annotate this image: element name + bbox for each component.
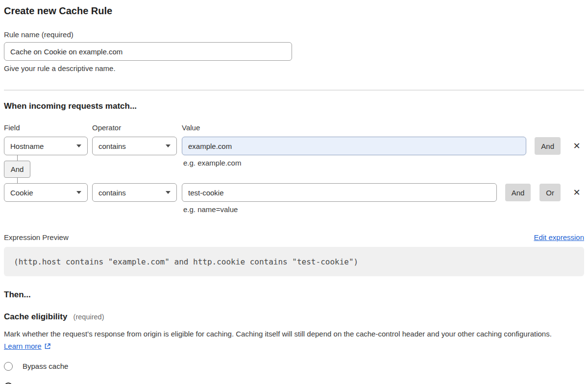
- connector-line: [17, 178, 18, 183]
- operator-select[interactable]: contains: [92, 183, 177, 202]
- external-link-icon: [44, 341, 51, 353]
- condition-connector: And: [4, 155, 34, 183]
- edit-expression-link[interactable]: Edit expression: [534, 233, 584, 242]
- field-select[interactable]: Cookie: [4, 183, 88, 202]
- condition-row: Hostname contains e.g. example.com And ✕: [4, 137, 584, 155]
- operator-column-label: Operator: [92, 123, 182, 133]
- chevron-down-icon: [76, 191, 81, 194]
- remove-condition-button[interactable]: ✕: [569, 184, 584, 201]
- option-label[interactable]: Bypass cache: [23, 361, 68, 371]
- option-label[interactable]: Eligible for cache: [23, 382, 83, 384]
- value-column-label: Value: [182, 123, 584, 133]
- connector-and-button[interactable]: And: [4, 161, 30, 178]
- learn-more-link[interactable]: Learn more: [4, 342, 42, 350]
- value-input[interactable]: [182, 137, 526, 155]
- add-and-condition-button[interactable]: And: [505, 184, 531, 201]
- section-divider: [4, 90, 584, 91]
- close-icon: ✕: [573, 188, 580, 197]
- condition-row: Cookie contains e.g. name=value And Or ✕: [4, 183, 584, 202]
- option-eligible-for-cache: Eligible for cache: [4, 382, 584, 384]
- rule-name-help: Give your rule a descriptive name.: [4, 64, 584, 73]
- match-heading: When incoming requests match...: [4, 101, 584, 112]
- expression-preview-header: Expression Preview Edit expression: [4, 233, 584, 242]
- expression-preview-label: Expression Preview: [4, 233, 69, 242]
- cache-eligibility-heading: Cache eligibility (required): [4, 312, 584, 322]
- field-select-value: Hostname: [10, 142, 44, 150]
- add-and-condition-button[interactable]: And: [535, 137, 561, 155]
- chevron-down-icon: [76, 144, 81, 147]
- value-input[interactable]: [182, 183, 497, 202]
- chevron-down-icon: [166, 191, 171, 194]
- connector-line: [17, 155, 18, 161]
- operator-select-value: contains: [98, 142, 126, 150]
- close-icon: ✕: [573, 141, 580, 151]
- cache-eligibility-description: Mark whether the request’s response from…: [4, 328, 571, 353]
- remove-condition-button[interactable]: ✕: [569, 137, 584, 155]
- description-text: Mark whether the request’s response from…: [4, 330, 552, 338]
- add-or-condition-button[interactable]: Or: [539, 184, 561, 201]
- rule-name-label: Rule name (required): [4, 30, 584, 40]
- rule-name-input[interactable]: [4, 42, 292, 61]
- field-select[interactable]: Hostname: [4, 137, 88, 155]
- field-select-value: Cookie: [10, 189, 33, 197]
- condition-column-headers: Field Operator Value: [4, 123, 584, 133]
- value-column: e.g. example.com: [182, 137, 526, 155]
- operator-select[interactable]: contains: [92, 137, 177, 155]
- field-column-label: Field: [4, 123, 92, 133]
- cache-eligibility-title: Cache eligibility: [4, 312, 67, 321]
- then-heading: Then...: [4, 289, 584, 300]
- condition-actions: And Or ✕: [505, 184, 584, 201]
- radio-button[interactable]: [4, 362, 13, 371]
- operator-select-value: contains: [98, 189, 126, 197]
- condition-actions: And ✕: [535, 137, 584, 155]
- required-note: (required): [74, 313, 104, 321]
- expression-preview-code: (http.host contains "example.com" and ht…: [4, 247, 584, 276]
- option-bypass-cache: Bypass cache: [4, 361, 584, 371]
- value-column: e.g. name=value: [182, 183, 497, 202]
- chevron-down-icon: [166, 144, 171, 147]
- value-hint: e.g. example.com: [183, 158, 241, 168]
- page-title: Create new Cache Rule: [4, 5, 584, 17]
- value-hint: e.g. name=value: [183, 205, 238, 215]
